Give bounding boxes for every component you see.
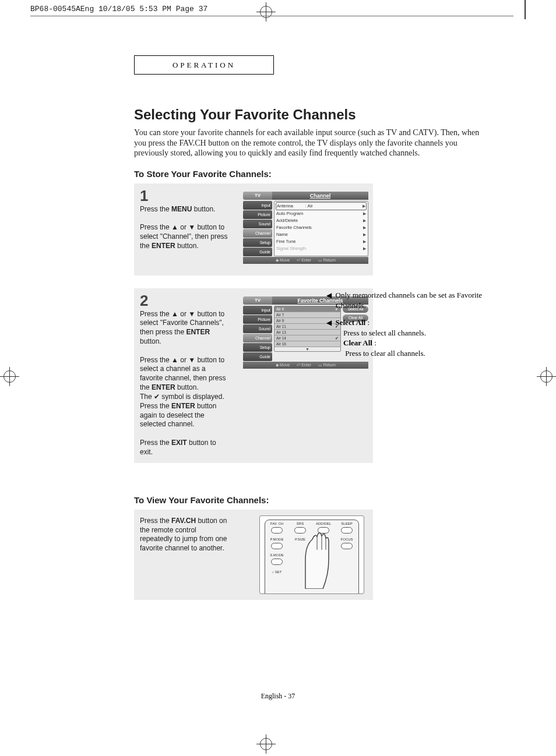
page-footer: English - 37 <box>0 692 556 701</box>
remote-label: ADD/DEL <box>315 522 332 525</box>
osd-item: Antenna : Air▶ <box>276 202 367 210</box>
t: Press the <box>140 402 171 410</box>
osd-item: Fine Tune▶ <box>276 238 367 245</box>
t: button. <box>175 242 199 250</box>
t: Press the ▲ or ▼ button to select "Favor… <box>140 310 224 337</box>
store-heading: To Store Your Favorite Channels: <box>134 169 492 179</box>
crop-header-text: BP68-00545AEng 10/18/05 5:53 PM Page 37 <box>30 5 207 13</box>
osd-tab: Setup <box>243 343 272 352</box>
t: Auto Program <box>276 210 303 217</box>
step-3-text: Press the FAV.CH button on the remote co… <box>140 517 230 553</box>
crop-line <box>525 0 526 19</box>
osd-item: Add/Delete▶ <box>276 217 367 224</box>
t: Air 14 <box>276 335 286 341</box>
t: Air 16 <box>276 341 286 347</box>
remote-label: SET <box>275 570 282 574</box>
t: Select All <box>336 318 366 327</box>
osd-title-right: Channel <box>272 192 368 200</box>
section-label: OPERATION <box>134 55 274 75</box>
t: Antenna <box>277 203 293 209</box>
t: Add/Delete <box>276 217 298 224</box>
t: Signal Strength <box>276 245 306 252</box>
t: Move <box>280 258 290 262</box>
t: : Air <box>305 203 313 209</box>
t: Press to clear all channels. <box>345 349 425 358</box>
t: Press the <box>140 205 171 213</box>
t: Air 9 <box>276 318 284 323</box>
t: Press to select all channels. <box>343 328 426 337</box>
view-heading: To View Your Favorite Channels: <box>134 495 492 505</box>
t: Name <box>276 231 288 238</box>
remote-label: S.MODE <box>268 553 286 557</box>
osd-tab: Channel <box>243 334 272 342</box>
osd-title-left: TV <box>243 192 272 200</box>
osd-item: Signal Strength▶ <box>276 245 367 252</box>
t: Fine Tune <box>276 238 295 245</box>
note-select-clear: ◀ Select All : Press to select all chann… <box>326 317 490 358</box>
t: Air 7 <box>276 312 284 317</box>
osd-tab: Channel <box>243 229 272 238</box>
t: button. <box>140 337 161 345</box>
t: FAV.CH <box>171 517 196 525</box>
t: Air 11 <box>276 324 286 329</box>
remote-label: FOCUS <box>338 538 356 541</box>
registration-mark-icon <box>256 2 276 22</box>
page-title: Selecting Your Favorite Channels <box>134 107 492 123</box>
t: ENTER <box>186 328 210 336</box>
remote-illustration: FAV. CH SRS ADD/DEL SLEEP P.MODE P.SIZE … <box>259 515 364 594</box>
osd-tab: Sound <box>243 220 272 228</box>
t: Air 13 <box>276 330 286 335</box>
t: Enter <box>301 363 311 367</box>
t: The ✔ symbol is displayed. <box>140 393 224 401</box>
step-1-text: Press the MENU button. Press the ▲ or ▼ … <box>140 205 230 251</box>
t: MENU <box>171 205 192 213</box>
t: Return <box>323 258 336 262</box>
remote-label: FAV. CH <box>268 522 286 525</box>
step-3-block: Press the FAV.CH button on the remote co… <box>134 510 373 600</box>
osd-tab: Guide <box>243 352 272 361</box>
t: Clear All <box>343 338 372 347</box>
remote-label: SLEEP <box>338 522 356 525</box>
osd-item: Auto Program▶ <box>276 210 367 217</box>
osd-tab: Setup <box>243 238 272 247</box>
osd-footer: ◆ Move ⏎ Enter ▭ Return <box>243 257 368 264</box>
osd-tab: Picture <box>243 210 272 219</box>
intro-text: You can store your favorite channels for… <box>134 128 492 158</box>
step-1-block: 1 Press the MENU button. Press the ▲ or … <box>134 183 373 275</box>
hand-icon <box>294 528 335 589</box>
note-memorized: ◀ Only memorized channels can be set as … <box>326 290 490 310</box>
osd-tab: Guide <box>243 248 272 256</box>
t: Enter <box>301 258 311 262</box>
t: ENTER <box>171 402 195 410</box>
step-2-text: Press the ▲ or ▼ button to select "Favor… <box>140 310 230 457</box>
t: ENTER <box>152 383 175 391</box>
t: button. <box>175 383 199 391</box>
osd-item: Favorite Channels▶ <box>276 224 367 231</box>
osd-tab: Input <box>243 201 272 210</box>
osd-tab: Input <box>243 306 272 315</box>
osd-title-left: TV <box>243 296 272 305</box>
t: Move <box>280 363 290 367</box>
t: ENTER <box>152 242 175 250</box>
registration-mark-icon <box>0 367 19 386</box>
registration-mark-icon <box>256 734 276 754</box>
crop-line <box>30 16 513 16</box>
t: Press the <box>140 517 171 525</box>
registration-mark-icon <box>537 367 556 386</box>
side-notes: ◀ Only memorized channels can be set as … <box>326 290 490 365</box>
osd-channel-menu: TV Channel Input Picture Sound Channel S… <box>243 192 368 264</box>
t: EXIT <box>171 439 187 447</box>
remote-label: SRS <box>291 522 309 525</box>
t: button. <box>192 205 215 213</box>
t: Only memorized channels can be set as Fa… <box>336 291 483 310</box>
osd-tab: Sound <box>243 324 272 333</box>
remote-label: P.MODE <box>268 538 286 541</box>
osd-tab: Picture <box>243 315 272 324</box>
osd-item: Name▶ <box>276 231 367 238</box>
t: Favorite Channels <box>276 224 312 231</box>
t: Press the <box>140 439 171 447</box>
t: Air 6 <box>276 306 284 312</box>
